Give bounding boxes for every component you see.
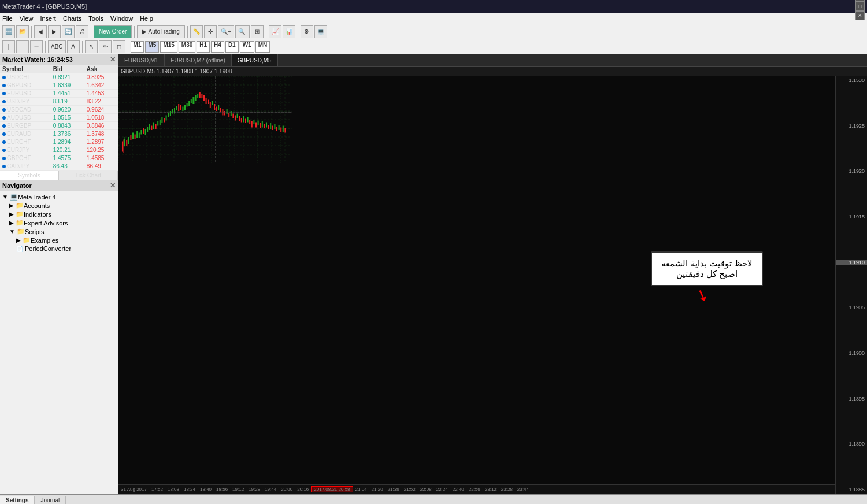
table-row[interactable]: EURCHF 1.2894 1.2897 bbox=[0, 138, 118, 146]
period-mn[interactable]: MN bbox=[255, 41, 271, 53]
periodicity-button[interactable]: 📊 bbox=[283, 25, 295, 38]
table-row[interactable]: EURJPY 120.21 120.25 bbox=[0, 146, 118, 154]
table-row[interactable]: USDCAD 0.9620 0.9624 bbox=[0, 106, 118, 114]
svg-rect-57 bbox=[184, 105, 186, 110]
svg-rect-24 bbox=[122, 142, 123, 152]
table-row[interactable]: EURGBP 0.8843 0.8846 bbox=[0, 122, 118, 130]
period-d1[interactable]: D1 bbox=[225, 41, 239, 53]
crosshair-button[interactable]: ✛ bbox=[204, 25, 217, 38]
chart-tab-gbpusd-m5[interactable]: GBPUSD,M5 bbox=[232, 54, 278, 66]
options-button[interactable]: ⚙ bbox=[301, 25, 313, 38]
market-watch-close[interactable]: ✕ bbox=[110, 55, 116, 64]
tab-settings[interactable]: Settings bbox=[0, 496, 35, 504]
table-row[interactable]: USDJPY 83.19 83.22 bbox=[0, 98, 118, 106]
terminal-button[interactable]: 💻 bbox=[314, 25, 327, 38]
market-watch-title: Market Watch: 16:24:53 bbox=[2, 56, 73, 63]
menu-charts[interactable]: Charts bbox=[63, 15, 81, 22]
nav-item-scripts[interactable]: ▼ 📁 Scripts bbox=[1, 227, 117, 236]
new-button[interactable]: 🆕 bbox=[2, 25, 15, 38]
chart-area: EURUSD,M1 EURUSD,M2 (offline) GBPUSD,M5 … bbox=[118, 54, 867, 494]
title-bar: MetaTrader 4 - [GBPUSD,M5] ─ □ ✕ bbox=[0, 0, 867, 13]
maximize-button[interactable]: □ bbox=[855, 2, 865, 11]
chart-tab-eurusd-m2[interactable]: EURUSD,M2 (offline) bbox=[165, 54, 232, 66]
print-button[interactable]: 🖨 bbox=[76, 25, 88, 38]
period-m1[interactable]: M1 bbox=[131, 41, 144, 53]
period-w1[interactable]: W1 bbox=[240, 41, 254, 53]
svg-rect-90 bbox=[253, 120, 254, 124]
menu-file[interactable]: File bbox=[2, 15, 13, 22]
menu-window[interactable]: Window bbox=[110, 15, 133, 22]
table-row[interactable]: CADJPY 86.43 86.49 bbox=[0, 162, 118, 171]
nav-item-expert-advisors[interactable]: ▶ 📁 Expert Advisors bbox=[1, 218, 117, 227]
line-btn[interactable]: | bbox=[2, 40, 15, 53]
svg-rect-32 bbox=[132, 133, 134, 139]
expand-icon-accounts: ▶ bbox=[9, 202, 14, 209]
nav-item-period-converter[interactable]: 📄 PeriodConverter bbox=[1, 244, 117, 253]
svg-rect-88 bbox=[249, 120, 250, 124]
erase-btn[interactable]: ◻ bbox=[113, 40, 125, 53]
sep7 bbox=[45, 41, 46, 53]
close-button[interactable]: ✕ bbox=[855, 11, 865, 20]
period-h4[interactable]: H4 bbox=[211, 41, 224, 53]
period-h1[interactable]: H1 bbox=[197, 41, 210, 53]
back-button[interactable]: ◀ bbox=[34, 25, 47, 38]
menu-insert[interactable]: Insert bbox=[40, 15, 56, 22]
zoomin-button[interactable]: 🔍+ bbox=[218, 25, 234, 38]
time-2: 17:52 bbox=[149, 487, 165, 492]
cell-ask: 0.8925 bbox=[84, 73, 118, 81]
linestudies-button[interactable]: 📏 bbox=[190, 25, 203, 38]
table-row[interactable]: GBPCHF 1.4575 1.4585 bbox=[0, 154, 118, 162]
menu-view[interactable]: View bbox=[20, 15, 34, 22]
table-row[interactable]: USDCHF 0.8921 0.8925 bbox=[0, 73, 118, 81]
expand-icon-ea: ▶ bbox=[9, 220, 14, 226]
draw-btn[interactable]: ✏ bbox=[99, 40, 112, 53]
nav-item-indicators[interactable]: ▶ 📁 Indicators bbox=[1, 210, 117, 218]
cell-bid: 120.21 bbox=[51, 146, 84, 154]
zoomout-button[interactable]: 🔍- bbox=[235, 25, 250, 38]
time-3: 18:08 bbox=[165, 487, 181, 492]
menu-tools[interactable]: Tools bbox=[88, 15, 103, 22]
main-area: Market Watch: 16:24:53 ✕ Symbol Bid Ask … bbox=[0, 54, 867, 494]
cursor-btn[interactable]: ↖ bbox=[85, 40, 98, 53]
period-m5[interactable]: M5 bbox=[145, 41, 159, 53]
nav-label-ea: Expert Advisors bbox=[24, 220, 68, 227]
chart-tab-eurusd-m1[interactable]: EURUSD,M1 bbox=[118, 54, 165, 66]
forward-button[interactable]: ▶ bbox=[48, 25, 61, 38]
svg-rect-89 bbox=[251, 121, 253, 128]
table-row[interactable]: EURAUD 1.3736 1.3748 bbox=[0, 130, 118, 138]
svg-rect-80 bbox=[232, 114, 234, 118]
menu-help[interactable]: Help bbox=[140, 15, 153, 22]
tab-journal[interactable]: Journal bbox=[35, 496, 66, 504]
new-order-button[interactable]: New Order bbox=[94, 25, 132, 38]
price-axis: 1.1530 1.1925 1.1920 1.1915 1.1910 1.190… bbox=[835, 76, 867, 494]
propsheet-button[interactable]: ⊞ bbox=[251, 25, 264, 38]
open-button[interactable]: 📂 bbox=[16, 25, 29, 38]
period-m15[interactable]: M15 bbox=[160, 41, 177, 53]
expand-icon: ▼ bbox=[2, 194, 8, 200]
nav-item-examples[interactable]: ▶ 📁 Examples bbox=[1, 236, 117, 244]
table-row[interactable]: EURUSD 1.4451 1.4453 bbox=[0, 90, 118, 98]
chart-canvas[interactable]: 1.1530 1.1925 1.1920 1.1915 1.1910 1.190… bbox=[118, 76, 867, 494]
abcstyle-btn[interactable]: A bbox=[67, 40, 80, 53]
nav-item-accounts[interactable]: ▶ 📁 Accounts bbox=[1, 201, 117, 210]
tab-symbols[interactable]: Symbols bbox=[0, 171, 59, 180]
price-5: 1.1910 bbox=[836, 260, 867, 265]
cell-bid: 0.9620 bbox=[51, 106, 84, 114]
tab-tick-chart[interactable]: Tick Chart bbox=[59, 171, 118, 180]
indicators-button[interactable]: 📈 bbox=[269, 25, 281, 38]
abc-btn[interactable]: ABC bbox=[48, 40, 66, 53]
time-5: 18:40 bbox=[198, 487, 214, 492]
svg-rect-56 bbox=[182, 107, 183, 112]
nav-item-metatrader4[interactable]: ▼ 💻 MetaTrader 4 bbox=[1, 192, 117, 201]
table-row[interactable]: AUDUSD 1.0515 1.0518 bbox=[0, 114, 118, 122]
autotrading-button[interactable]: ▶ AutoTrading bbox=[137, 25, 184, 38]
linex-btn[interactable]: — bbox=[16, 40, 29, 53]
table-row[interactable]: GBPUSD 1.6339 1.6342 bbox=[0, 81, 118, 90]
nav-folder-indicators: 📁 bbox=[16, 210, 24, 218]
svg-rect-55 bbox=[180, 105, 181, 110]
refresh-button[interactable]: 🔄 bbox=[62, 25, 75, 38]
navigator-close[interactable]: ✕ bbox=[110, 181, 116, 190]
cell-bid: 1.4575 bbox=[51, 154, 84, 162]
lineh-btn[interactable]: ═ bbox=[30, 40, 43, 53]
period-m30[interactable]: M30 bbox=[179, 41, 195, 53]
